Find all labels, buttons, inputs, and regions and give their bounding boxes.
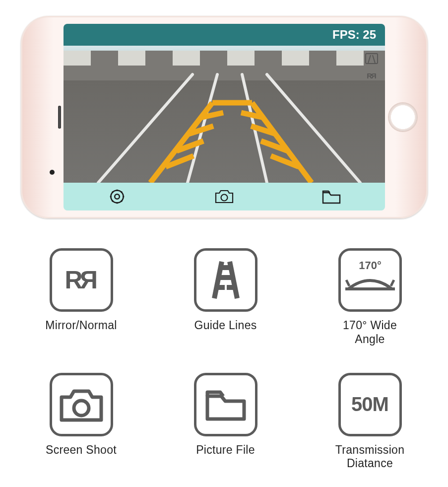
mirror-toggle-icon[interactable]: RR (363, 69, 380, 82)
screenshot-button[interactable] (194, 183, 254, 210)
phone-mockup: FPS: 25 (21, 16, 428, 218)
home-button[interactable] (389, 103, 417, 131)
svg-point-20 (111, 190, 123, 203)
feature-mirror: RR Mirror/Normal (34, 248, 128, 358)
guidelines-icon (194, 248, 257, 312)
svg-line-32 (391, 280, 394, 286)
phone-front-camera (50, 170, 55, 175)
svg-line-17 (368, 55, 371, 63)
camera-icon (50, 373, 113, 436)
phone-speaker (58, 106, 61, 129)
feature-label: TransmissionDiatance (335, 443, 405, 471)
feature-screenshot: Screen Shoot (34, 373, 128, 483)
camera-feed: RR (64, 46, 385, 183)
settings-button[interactable] (87, 183, 147, 210)
product-graphic: FPS: 25 (0, 0, 448, 487)
svg-point-33 (74, 401, 89, 416)
guidelines-toggle-icon[interactable] (363, 52, 380, 66)
feature-label: Mirror/Normal (45, 319, 117, 333)
bottom-toolbar (64, 183, 385, 210)
gear-icon (108, 188, 126, 206)
feature-wide-angle: 170° 170° WideAngle (322, 248, 417, 358)
camera-icon (214, 188, 235, 205)
status-bar: FPS: 25 (64, 24, 385, 46)
svg-line-18 (373, 55, 375, 63)
mirror-icon: RR (50, 248, 113, 312)
feature-guidelines: Guide Lines (178, 248, 273, 358)
feature-label: Guide Lines (194, 319, 256, 333)
distance-badge: 50M (351, 393, 388, 416)
feature-grid: RR Mirror/Normal (34, 248, 417, 482)
wide-angle-icon: 170° (338, 248, 402, 312)
fps-readout: FPS: 25 (332, 28, 376, 42)
folder-icon (321, 189, 341, 205)
feature-label: Screen Shoot (46, 443, 117, 457)
svg-point-21 (221, 195, 228, 201)
angle-badge: 170° (359, 259, 382, 272)
svg-rect-16 (366, 54, 378, 64)
distance-icon: 50M (338, 373, 402, 436)
feature-label: 170° WideAngle (343, 319, 397, 346)
folder-icon (194, 373, 257, 436)
folder-button[interactable] (302, 183, 361, 210)
feature-transmission: 50M TransmissionDiatance (322, 373, 417, 483)
svg-line-31 (346, 280, 349, 286)
phone-screen: FPS: 25 (64, 24, 385, 210)
feature-picture-file: Picture File (178, 373, 273, 483)
svg-point-19 (115, 194, 120, 199)
feature-label: Picture File (196, 443, 255, 457)
